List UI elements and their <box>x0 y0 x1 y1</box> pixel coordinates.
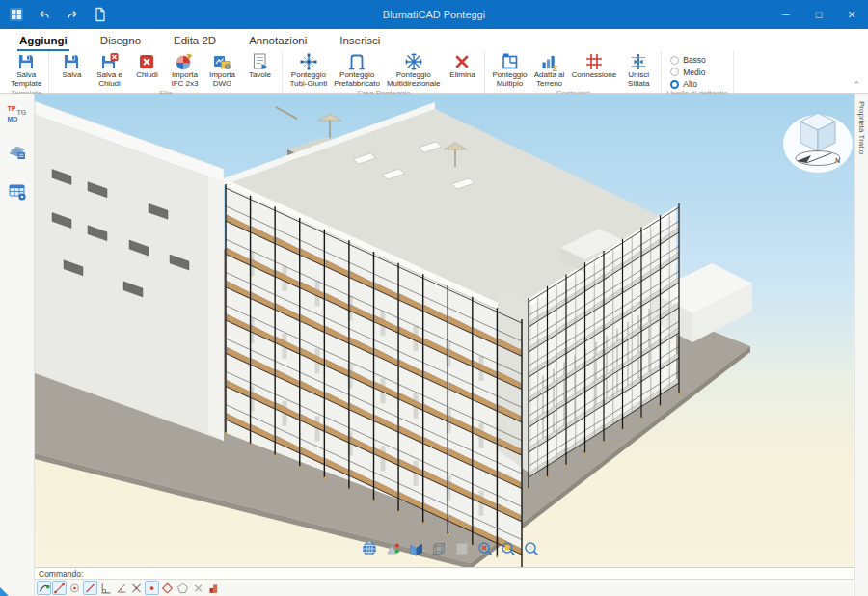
button-label: Importa IFC 2x3 <box>171 71 198 89</box>
shaded-view-button[interactable] <box>407 540 426 559</box>
adatta-terreno-icon: Σ <box>540 52 559 71</box>
chiudi-button[interactable]: Chiudi <box>129 52 164 80</box>
delete-x-icon <box>452 52 472 71</box>
tab-annotazioni[interactable]: Annotazioni <box>247 32 309 51</box>
report-sheets-icon[interactable] <box>8 143 27 166</box>
importa-ifc-2x3-button[interactable]: Importa IFC 2x3 <box>167 52 202 89</box>
save-icon <box>62 52 81 71</box>
save-icon <box>16 52 36 71</box>
radio-dot <box>670 80 679 89</box>
ribbon-group-file: SalvaSalva e ChiudiChiudiImporta IFC 2x3… <box>49 51 283 93</box>
importa-dwg-button[interactable]: Importa DWG <box>204 52 239 89</box>
ribbon-group-livello-di-dettaglio: BassoMedioAltoLivello di dettaglio <box>662 51 734 93</box>
scaffold-tubi-icon <box>299 52 318 71</box>
button-label: Importa DWG <box>209 71 235 89</box>
tab-disegno[interactable]: Disegno <box>98 32 143 51</box>
flat-shade-button[interactable] <box>453 540 473 559</box>
button-label: Salva e Chiudi <box>96 71 122 89</box>
button-label: Ponteggio Prefabbricato <box>334 71 380 89</box>
button-label: Salva Template <box>11 71 41 89</box>
radio-dot <box>670 56 679 65</box>
unisci-stilata-button[interactable]: Unisci Stilata <box>621 52 656 89</box>
radio-label: Alto <box>683 79 697 89</box>
ribbon: AggiungiDisegnoEdita 2DAnnotazioniInseri… <box>0 29 868 94</box>
ribbon-content: Salva TemplateTemplateSalvaSalva e Chiud… <box>0 51 868 93</box>
import-dwg-icon <box>212 52 231 71</box>
radio-basso[interactable]: Basso <box>670 55 706 65</box>
elimina-button[interactable]: Elimina <box>445 52 479 80</box>
tab-aggiungi[interactable]: Aggiungi <box>17 32 69 51</box>
render-mode-button[interactable] <box>384 540 403 559</box>
button-label: Adatta al Terreno <box>534 71 565 89</box>
snap-none-button[interactable] <box>191 581 205 595</box>
zoom-previous-button[interactable] <box>476 540 496 559</box>
button-label: Salva <box>62 71 81 80</box>
snap-endpoint-button[interactable] <box>37 581 51 595</box>
zoom-window-button[interactable] <box>500 540 519 559</box>
adatta-al-terreno-button[interactable]: ΣAdatta al Terreno <box>532 52 567 89</box>
button-label: Ponteggio Tubi-Giunti <box>289 71 327 89</box>
scene-3d: N <box>35 94 854 567</box>
table-settings-icon[interactable] <box>8 182 27 205</box>
window-title: BlumatiCAD Ponteggi <box>0 9 868 20</box>
connessione-icon <box>584 52 604 71</box>
view-toolbar <box>361 540 542 559</box>
salva-template-button[interactable]: Salva Template <box>9 52 43 89</box>
tab-inserisci[interactable]: Inserisci <box>338 32 382 51</box>
button-label: Ponteggio Multiplo <box>492 71 527 89</box>
scaffold-multiplo-icon <box>501 52 520 71</box>
button-label: Chiudi <box>136 71 158 80</box>
snap-angle-button[interactable] <box>114 581 128 595</box>
snap-intersection-button[interactable] <box>129 581 144 595</box>
right-panel-tab[interactable]: Proprietà Tratto <box>854 94 868 596</box>
connessione-button[interactable]: Connessione <box>570 52 619 80</box>
command-label: Commando: <box>35 569 83 579</box>
ponteggio-multiplo-button[interactable]: Ponteggio Multiplo <box>490 52 529 89</box>
ribbon-group-costruisci: Ponteggio MultiploΣAdatta al TerrenoConn… <box>485 51 662 93</box>
import-ifc-icon <box>175 52 194 71</box>
button-label: Connessione <box>572 71 617 80</box>
salva-button[interactable]: Salva <box>54 52 89 80</box>
snap-insert-button[interactable] <box>206 581 221 595</box>
titlebar: BlumatiCAD Ponteggi ─□✕ <box>0 0 868 29</box>
snap-nearest-button[interactable] <box>83 581 97 595</box>
command-bar: Commando: <box>35 567 854 580</box>
snap-perpendicular-button[interactable] <box>98 581 113 595</box>
button-label: Tavole <box>249 71 271 80</box>
tab-edita-2d[interactable]: Edita 2D <box>172 32 218 51</box>
button-label: Unisci Stilata <box>628 71 649 89</box>
radio-label: Medio <box>683 68 705 77</box>
snap-center-button[interactable] <box>68 581 82 595</box>
globe-button[interactable] <box>361 540 380 559</box>
command-input[interactable] <box>83 568 854 580</box>
minimize-button[interactable]: ─ <box>770 0 802 29</box>
tavole-button[interactable]: Tavole <box>242 52 277 80</box>
button-label: Elimina <box>449 71 475 80</box>
snap-node-button[interactable] <box>145 581 159 595</box>
salva-e-chiudi-button[interactable]: Salva e Chiudi <box>92 52 126 89</box>
radio-label: Basso <box>683 55 706 65</box>
close-button[interactable]: ✕ <box>835 0 868 29</box>
radio-dot <box>670 68 679 76</box>
ponteggio-multidirezionale-button[interactable]: Ponteggio Multidirezionale <box>385 52 443 89</box>
compass-north-label: N <box>835 157 840 164</box>
zoom-extents-button[interactable] <box>523 540 542 559</box>
button-label: Ponteggio Multidirezionale <box>387 71 441 89</box>
ribbon-collapse-button[interactable]: ⌃ <box>853 80 860 90</box>
unisci-stilata-icon <box>629 52 648 71</box>
maximize-button[interactable]: □ <box>802 0 835 29</box>
wireframe-cube-button[interactable] <box>430 540 449 559</box>
corner-resize-wedge <box>0 587 9 596</box>
radio-alto[interactable]: Alto <box>670 79 706 89</box>
ponteggio-tubi-giunti-button[interactable]: Ponteggio Tubi-Giunti <box>287 52 329 89</box>
save-close-icon <box>99 52 119 71</box>
ribbon-group-template: Salva TemplateTemplate <box>4 51 49 93</box>
viewport-3d[interactable]: N <box>35 94 854 567</box>
sidebar-item-tp-tg-md[interactable]: TP TG MD <box>6 103 29 126</box>
ponteggio-prefabbricato-button[interactable]: Ponteggio Prefabbricato <box>332 52 382 89</box>
snap-polygon-button[interactable] <box>176 581 190 595</box>
snap-midpoint-button[interactable] <box>52 581 67 595</box>
right-panel-label: Proprietà Tratto <box>857 94 866 154</box>
radio-medio[interactable]: Medio <box>670 68 706 77</box>
snap-quadrant-button[interactable] <box>160 581 175 595</box>
